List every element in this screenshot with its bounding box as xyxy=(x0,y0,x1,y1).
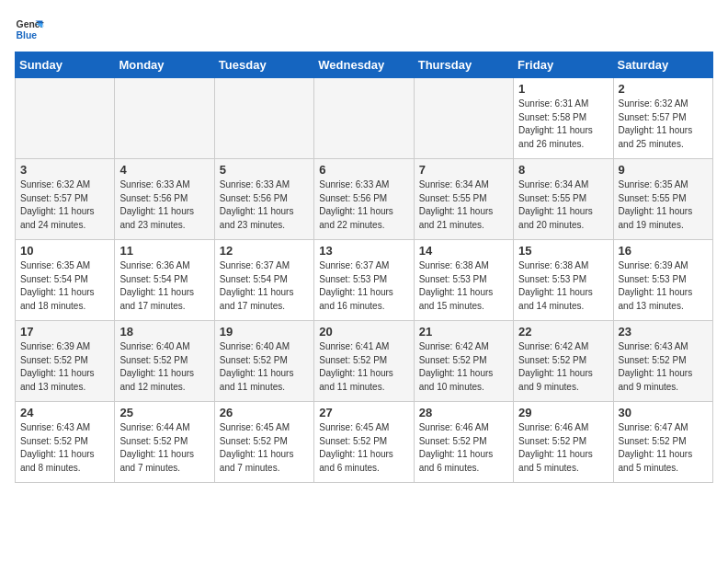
day-info: Sunrise: 6:37 AM Sunset: 5:53 PM Dayligh… xyxy=(319,259,408,313)
day-info: Sunrise: 6:38 AM Sunset: 5:53 PM Dayligh… xyxy=(419,259,508,313)
day-number: 10 xyxy=(20,244,109,258)
day-info: Sunrise: 6:43 AM Sunset: 5:52 PM Dayligh… xyxy=(20,421,109,475)
weekday-header-wednesday: Wednesday xyxy=(314,52,414,78)
calendar-cell: 26Sunrise: 6:45 AM Sunset: 5:52 PM Dayli… xyxy=(214,402,313,483)
day-number: 26 xyxy=(220,406,309,419)
calendar-cell: 27Sunrise: 6:45 AM Sunset: 5:52 PM Dayli… xyxy=(314,402,414,483)
calendar-cell: 20Sunrise: 6:41 AM Sunset: 5:52 PM Dayli… xyxy=(314,321,414,402)
day-number: 7 xyxy=(419,163,508,177)
day-number: 4 xyxy=(119,163,209,177)
calendar-cell: 9Sunrise: 6:35 AM Sunset: 5:55 PM Daylig… xyxy=(613,159,712,240)
day-number: 3 xyxy=(20,163,109,177)
day-info: Sunrise: 6:35 AM Sunset: 5:55 PM Dayligh… xyxy=(619,178,708,232)
day-info: Sunrise: 6:34 AM Sunset: 5:55 PM Dayligh… xyxy=(419,178,508,232)
day-info: Sunrise: 6:47 AM Sunset: 5:52 PM Dayligh… xyxy=(619,421,708,475)
calendar-cell: 16Sunrise: 6:39 AM Sunset: 5:53 PM Dayli… xyxy=(613,240,712,321)
calendar-cell: 6Sunrise: 6:33 AM Sunset: 5:56 PM Daylig… xyxy=(314,159,414,240)
day-info: Sunrise: 6:34 AM Sunset: 5:55 PM Dayligh… xyxy=(518,178,608,232)
day-number: 30 xyxy=(619,406,708,419)
weekday-header-saturday: Saturday xyxy=(613,52,712,78)
weekday-header-tuesday: Tuesday xyxy=(214,52,313,78)
calendar-cell: 14Sunrise: 6:38 AM Sunset: 5:53 PM Dayli… xyxy=(414,240,513,321)
day-info: Sunrise: 6:44 AM Sunset: 5:52 PM Dayligh… xyxy=(119,421,209,475)
calendar-cell xyxy=(214,78,313,159)
day-info: Sunrise: 6:40 AM Sunset: 5:52 PM Dayligh… xyxy=(220,340,309,394)
day-info: Sunrise: 6:39 AM Sunset: 5:52 PM Dayligh… xyxy=(20,340,109,394)
calendar-cell: 12Sunrise: 6:37 AM Sunset: 5:54 PM Dayli… xyxy=(214,240,313,321)
calendar-cell xyxy=(115,78,214,159)
day-number: 17 xyxy=(20,325,109,339)
day-info: Sunrise: 6:41 AM Sunset: 5:52 PM Dayligh… xyxy=(319,340,408,394)
day-number: 6 xyxy=(319,163,408,177)
calendar-cell: 13Sunrise: 6:37 AM Sunset: 5:53 PM Dayli… xyxy=(314,240,414,321)
calendar-cell: 3Sunrise: 6:32 AM Sunset: 5:57 PM Daylig… xyxy=(16,159,115,240)
day-info: Sunrise: 6:40 AM Sunset: 5:52 PM Dayligh… xyxy=(119,340,209,394)
calendar-cell: 4Sunrise: 6:33 AM Sunset: 5:56 PM Daylig… xyxy=(115,159,214,240)
calendar-cell: 17Sunrise: 6:39 AM Sunset: 5:52 PM Dayli… xyxy=(16,321,115,402)
calendar-cell: 25Sunrise: 6:44 AM Sunset: 5:52 PM Dayli… xyxy=(115,402,214,483)
day-info: Sunrise: 6:45 AM Sunset: 5:52 PM Dayligh… xyxy=(319,421,408,475)
page-header: General Blue xyxy=(15,15,713,44)
day-number: 24 xyxy=(20,406,109,419)
calendar-cell: 7Sunrise: 6:34 AM Sunset: 5:55 PM Daylig… xyxy=(414,159,513,240)
calendar-cell: 8Sunrise: 6:34 AM Sunset: 5:55 PM Daylig… xyxy=(514,159,613,240)
calendar-table: SundayMondayTuesdayWednesdayThursdayFrid… xyxy=(15,52,713,483)
calendar-cell: 28Sunrise: 6:46 AM Sunset: 5:52 PM Dayli… xyxy=(414,402,513,483)
calendar-cell: 29Sunrise: 6:46 AM Sunset: 5:52 PM Dayli… xyxy=(514,402,613,483)
calendar-cell: 30Sunrise: 6:47 AM Sunset: 5:52 PM Dayli… xyxy=(613,402,712,483)
day-number: 9 xyxy=(619,163,708,177)
weekday-header-thursday: Thursday xyxy=(414,52,513,78)
week-row-5: 24Sunrise: 6:43 AM Sunset: 5:52 PM Dayli… xyxy=(16,402,713,483)
calendar-cell: 22Sunrise: 6:42 AM Sunset: 5:52 PM Dayli… xyxy=(514,321,613,402)
day-info: Sunrise: 6:36 AM Sunset: 5:54 PM Dayligh… xyxy=(119,259,209,313)
day-number: 27 xyxy=(319,406,408,419)
day-number: 14 xyxy=(419,244,508,258)
week-row-2: 3Sunrise: 6:32 AM Sunset: 5:57 PM Daylig… xyxy=(16,159,713,240)
weekday-header-monday: Monday xyxy=(115,52,214,78)
day-info: Sunrise: 6:33 AM Sunset: 5:56 PM Dayligh… xyxy=(220,178,309,232)
day-info: Sunrise: 6:46 AM Sunset: 5:52 PM Dayligh… xyxy=(518,421,608,475)
day-number: 21 xyxy=(419,325,508,339)
day-number: 5 xyxy=(220,163,309,177)
calendar-cell: 24Sunrise: 6:43 AM Sunset: 5:52 PM Dayli… xyxy=(16,402,115,483)
day-info: Sunrise: 6:42 AM Sunset: 5:52 PM Dayligh… xyxy=(518,340,608,394)
calendar-cell: 1Sunrise: 6:31 AM Sunset: 5:58 PM Daylig… xyxy=(514,78,613,159)
day-info: Sunrise: 6:38 AM Sunset: 5:53 PM Dayligh… xyxy=(518,259,608,313)
svg-text:Blue: Blue xyxy=(17,30,38,40)
day-info: Sunrise: 6:33 AM Sunset: 5:56 PM Dayligh… xyxy=(119,178,209,232)
logo: General Blue xyxy=(15,15,44,44)
weekday-header-row: SundayMondayTuesdayWednesdayThursdayFrid… xyxy=(16,52,713,78)
calendar-cell: 21Sunrise: 6:42 AM Sunset: 5:52 PM Dayli… xyxy=(414,321,513,402)
calendar-cell xyxy=(16,78,115,159)
day-number: 13 xyxy=(319,244,408,258)
calendar-cell: 2Sunrise: 6:32 AM Sunset: 5:57 PM Daylig… xyxy=(613,78,712,159)
day-number: 11 xyxy=(119,244,209,258)
calendar-cell: 11Sunrise: 6:36 AM Sunset: 5:54 PM Dayli… xyxy=(115,240,214,321)
calendar-cell: 15Sunrise: 6:38 AM Sunset: 5:53 PM Dayli… xyxy=(514,240,613,321)
day-info: Sunrise: 6:45 AM Sunset: 5:52 PM Dayligh… xyxy=(220,421,309,475)
day-info: Sunrise: 6:32 AM Sunset: 5:57 PM Dayligh… xyxy=(619,98,708,151)
day-info: Sunrise: 6:35 AM Sunset: 5:54 PM Dayligh… xyxy=(20,259,109,313)
calendar-cell xyxy=(414,78,513,159)
day-number: 25 xyxy=(119,406,209,419)
week-row-4: 17Sunrise: 6:39 AM Sunset: 5:52 PM Dayli… xyxy=(16,321,713,402)
calendar-cell: 18Sunrise: 6:40 AM Sunset: 5:52 PM Dayli… xyxy=(115,321,214,402)
day-number: 2 xyxy=(619,82,708,96)
day-number: 22 xyxy=(518,325,608,339)
day-info: Sunrise: 6:46 AM Sunset: 5:52 PM Dayligh… xyxy=(419,421,508,475)
day-number: 29 xyxy=(518,406,608,419)
calendar-cell: 5Sunrise: 6:33 AM Sunset: 5:56 PM Daylig… xyxy=(214,159,313,240)
day-number: 15 xyxy=(518,244,608,258)
logo-icon: General Blue xyxy=(15,15,44,44)
day-number: 19 xyxy=(220,325,309,339)
day-number: 28 xyxy=(419,406,508,419)
weekday-header-friday: Friday xyxy=(514,52,613,78)
day-number: 20 xyxy=(319,325,408,339)
day-info: Sunrise: 6:43 AM Sunset: 5:52 PM Dayligh… xyxy=(619,340,708,394)
day-info: Sunrise: 6:39 AM Sunset: 5:53 PM Dayligh… xyxy=(619,259,708,313)
day-info: Sunrise: 6:37 AM Sunset: 5:54 PM Dayligh… xyxy=(220,259,309,313)
day-number: 23 xyxy=(619,325,708,339)
calendar-cell: 23Sunrise: 6:43 AM Sunset: 5:52 PM Dayli… xyxy=(613,321,712,402)
day-number: 18 xyxy=(119,325,209,339)
calendar-cell xyxy=(314,78,414,159)
